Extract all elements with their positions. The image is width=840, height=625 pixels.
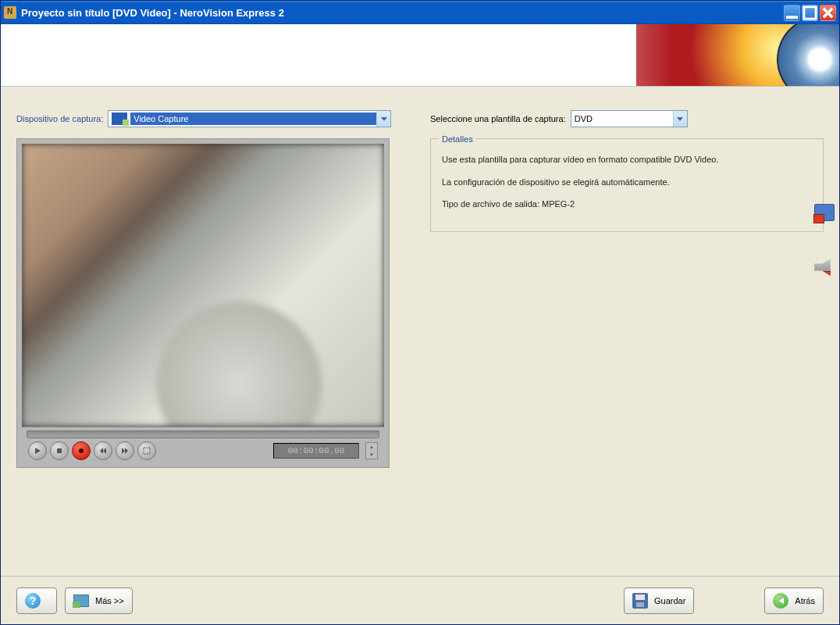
close-button[interactable] bbox=[820, 5, 836, 21]
maximize-button[interactable] bbox=[802, 5, 818, 21]
template-label: Seleccione una plantilla de captura: bbox=[430, 114, 566, 123]
template-value: DVD bbox=[571, 112, 673, 125]
details-text-2: La configuración de dispositivo se elegi… bbox=[442, 176, 812, 189]
minimize-button[interactable] bbox=[784, 5, 800, 21]
back-label: Atrás bbox=[795, 596, 815, 605]
forward-button[interactable] bbox=[116, 441, 134, 460]
preview-image bbox=[22, 144, 384, 427]
chevron-down-icon[interactable] bbox=[376, 111, 390, 127]
svg-rect-4 bbox=[144, 448, 150, 454]
help-icon: ? bbox=[25, 593, 41, 609]
stop-button[interactable] bbox=[50, 441, 69, 460]
footer-bar: ? Más >> Guardar Atrás bbox=[1, 576, 839, 624]
template-combo[interactable]: DVD bbox=[571, 110, 688, 127]
save-label: Guardar bbox=[654, 596, 685, 605]
timecode-stepper[interactable]: ▲▼ bbox=[365, 442, 378, 459]
capture-device-icon bbox=[112, 112, 127, 125]
device-combo[interactable]: Video Capture bbox=[108, 110, 391, 127]
audio-settings-icon[interactable] bbox=[814, 259, 835, 276]
device-label: Dispositivo de captura: bbox=[16, 114, 103, 123]
titlebar[interactable]: Proyecto sin título [DVD Video] - NeroVi… bbox=[1, 1, 839, 24]
fullscreen-button[interactable] bbox=[137, 441, 156, 460]
app-icon bbox=[4, 6, 16, 19]
help-button[interactable]: ? bbox=[16, 588, 57, 614]
video-preview bbox=[22, 144, 384, 427]
svg-rect-1 bbox=[804, 6, 816, 18]
video-settings-icon[interactable] bbox=[814, 204, 835, 221]
video-preview-panel: 00:00:00.00 ▲▼ bbox=[16, 138, 390, 468]
details-panel: Detalles Use esta plantilla para captura… bbox=[430, 138, 824, 232]
save-button[interactable]: Guardar bbox=[624, 588, 694, 614]
device-value: Video Capture bbox=[130, 112, 376, 125]
chevron-down-icon[interactable] bbox=[673, 111, 687, 127]
save-icon bbox=[632, 593, 648, 609]
side-tool-icons bbox=[814, 204, 835, 276]
details-text-3: Tipo de archivo de salida: MPEG-2 bbox=[442, 198, 812, 211]
device-field: Dispositivo de captura: Video Capture bbox=[16, 110, 391, 127]
more-label: Más >> bbox=[95, 596, 124, 605]
playback-toolbar: 00:00:00.00 ▲▼ bbox=[22, 427, 384, 462]
seek-slider[interactable] bbox=[27, 430, 379, 438]
record-button[interactable] bbox=[72, 441, 91, 460]
more-icon bbox=[73, 595, 89, 607]
svg-rect-0 bbox=[786, 16, 798, 19]
details-text-1: Use esta plantilla para capturar vídeo e… bbox=[442, 153, 812, 166]
timecode-display: 00:00:00.00 bbox=[273, 443, 359, 459]
window-title: Proyecto sin título [DVD Video] - NeroVi… bbox=[21, 7, 784, 19]
back-arrow-icon bbox=[773, 593, 788, 609]
more-button[interactable]: Más >> bbox=[65, 588, 133, 614]
disc-icon bbox=[777, 24, 839, 87]
details-legend: Detalles bbox=[439, 133, 476, 146]
content-area: Dispositivo de captura: Video Capture bbox=[1, 87, 839, 576]
left-column: Dispositivo de captura: Video Capture bbox=[16, 110, 391, 563]
header-banner: Capture Video Select a device and captur… bbox=[1, 24, 839, 87]
play-button[interactable] bbox=[28, 441, 47, 460]
header-art bbox=[636, 24, 839, 86]
window-controls bbox=[784, 5, 836, 21]
right-column: Seleccione una plantilla de captura: DVD… bbox=[430, 110, 824, 563]
svg-rect-2 bbox=[57, 448, 62, 453]
svg-point-3 bbox=[79, 448, 84, 453]
back-button[interactable]: Atrás bbox=[764, 588, 824, 614]
app-window: Proyecto sin título [DVD Video] - NeroVi… bbox=[0, 0, 840, 625]
template-field: Seleccione una plantilla de captura: DVD bbox=[430, 110, 824, 127]
rewind-button[interactable] bbox=[94, 441, 112, 460]
